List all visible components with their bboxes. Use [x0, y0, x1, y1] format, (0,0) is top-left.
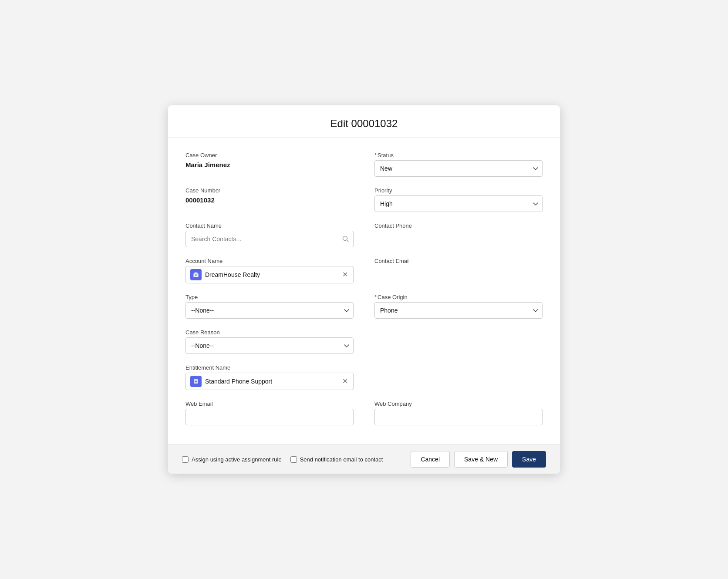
priority-group: Priority High Medium Low: [374, 187, 543, 212]
type-select[interactable]: --None-- User Billing Administrative Ele…: [185, 302, 354, 319]
case-owner-label: Case Owner: [185, 152, 354, 158]
status-select-wrapper: New Working Escalated Closed: [374, 160, 543, 177]
contact-phone-value: [374, 231, 543, 247]
account-name-token: DreamHouse Realty ✕: [185, 266, 354, 283]
status-group: *Status New Working Escalated Closed: [374, 152, 543, 177]
type-label: Type: [185, 294, 354, 300]
entitlement-name-remove-button[interactable]: ✕: [341, 378, 349, 385]
priority-select-wrapper: High Medium Low: [374, 195, 543, 212]
entitlement-name-token-icon: [190, 376, 202, 387]
priority-label: Priority: [374, 187, 543, 194]
web-email-group: Web Email: [185, 401, 354, 425]
case-origin-group: *Case Origin Phone Web Email: [374, 294, 543, 319]
case-number-value: 00001032: [185, 195, 354, 204]
notify-label: Send notification email to contact: [300, 456, 383, 463]
type-group: Type --None-- User Billing Administrativ…: [185, 294, 354, 319]
modal-title: Edit 00001032: [185, 118, 543, 130]
case-owner-value: Maria Jimenez: [185, 160, 354, 168]
footer-left: Assign using active assignment rule Send…: [182, 456, 383, 463]
case-origin-select[interactable]: Phone Web Email: [374, 302, 543, 319]
contact-name-input[interactable]: [185, 231, 354, 247]
contact-email-label: Contact Email: [374, 258, 543, 264]
case-number-group: Case Number 00001032: [185, 187, 354, 212]
contact-email-group: Contact Email: [374, 258, 543, 283]
status-label: *Status: [374, 152, 543, 158]
case-origin-select-wrapper: Phone Web Email: [374, 302, 543, 319]
entitlement-name-token: Standard Phone Support ✕: [185, 373, 354, 390]
case-reason-select-wrapper: --None-- Installation User Education Per…: [185, 337, 354, 354]
status-required: *: [374, 152, 377, 158]
web-company-input[interactable]: [374, 409, 543, 425]
contact-phone-group: Contact Phone: [374, 222, 543, 247]
svg-rect-4: [195, 274, 197, 276]
account-name-remove-button[interactable]: ✕: [341, 271, 349, 278]
web-company-group: Web Company: [374, 401, 543, 425]
entitlement-name-group: Entitlement Name Standard Phone Support …: [185, 364, 354, 390]
case-reason-label: Case Reason: [185, 329, 354, 336]
account-name-group: Account Name DreamHouse Realty ✕: [185, 258, 354, 283]
save-new-button[interactable]: Save & New: [454, 451, 508, 468]
web-email-input[interactable]: [185, 409, 354, 425]
web-company-label: Web Company: [374, 401, 543, 407]
case-origin-label: *Case Origin: [374, 294, 543, 300]
case-reason-group: Case Reason --None-- Installation User E…: [185, 329, 354, 354]
assign-rule-checkbox[interactable]: [182, 456, 189, 463]
contact-name-label: Contact Name: [185, 222, 354, 229]
contact-email-value: [374, 266, 543, 283]
entitlement-name-label: Entitlement Name: [185, 364, 354, 371]
priority-select[interactable]: High Medium Low: [374, 195, 543, 212]
assign-rule-label: Assign using active assignment rule: [192, 456, 282, 463]
notify-checkbox-label[interactable]: Send notification email to contact: [290, 456, 383, 463]
case-origin-required: *: [374, 294, 377, 300]
case-reason-select[interactable]: --None-- Installation User Education Per…: [185, 337, 354, 354]
status-select[interactable]: New Working Escalated Closed: [374, 160, 543, 177]
account-name-label: Account Name: [185, 258, 354, 264]
account-name-token-label: DreamHouse Realty: [205, 271, 341, 278]
cancel-button[interactable]: Cancel: [411, 451, 450, 468]
form-grid: Case Owner Maria Jimenez *Status New Wor…: [185, 152, 543, 436]
modal-body: Case Owner Maria Jimenez *Status New Wor…: [168, 138, 560, 444]
case-number-label: Case Number: [185, 187, 354, 194]
case-reason-right-placeholder: [374, 329, 543, 354]
notify-checkbox[interactable]: [290, 456, 297, 463]
assign-rule-checkbox-label[interactable]: Assign using active assignment rule: [182, 456, 282, 463]
modal-footer: Assign using active assignment rule Send…: [168, 444, 560, 474]
type-select-wrapper: --None-- User Billing Administrative Ele…: [185, 302, 354, 319]
modal-header: Edit 00001032: [168, 105, 560, 138]
entitlement-name-token-label: Standard Phone Support: [205, 378, 341, 385]
save-button[interactable]: Save: [512, 451, 546, 468]
contact-name-search-wrapper: [185, 231, 354, 247]
footer-right: Cancel Save & New Save: [411, 451, 546, 468]
contact-phone-label: Contact Phone: [374, 222, 543, 229]
svg-rect-3: [195, 272, 198, 274]
case-owner-group: Case Owner Maria Jimenez: [185, 152, 354, 177]
account-name-token-icon: [190, 269, 202, 280]
web-email-label: Web Email: [185, 401, 354, 407]
edit-modal: Edit 00001032 Case Owner Maria Jimenez *…: [168, 105, 560, 474]
entitlement-right-placeholder: [374, 364, 543, 390]
contact-name-group: Contact Name: [185, 222, 354, 247]
